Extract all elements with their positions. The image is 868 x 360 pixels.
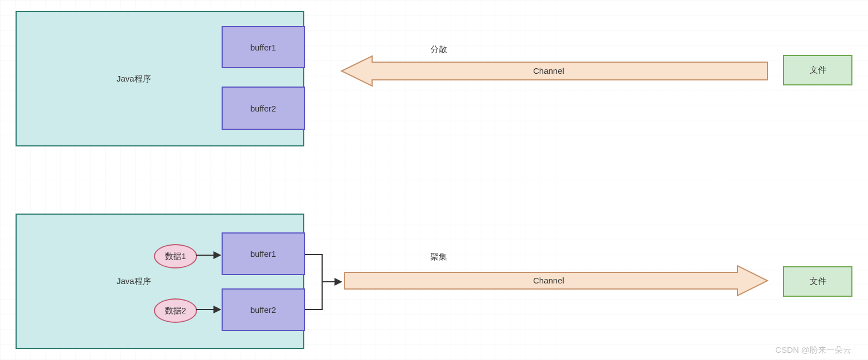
watermark-text: CSDN @盼来一朵云 <box>775 345 851 356</box>
bottom-channel-arrow <box>0 0 868 360</box>
bottom-file-box: 文件 <box>783 266 852 297</box>
bottom-file-label: 文件 <box>810 276 826 287</box>
bottom-channel-label: Channel <box>533 276 564 285</box>
